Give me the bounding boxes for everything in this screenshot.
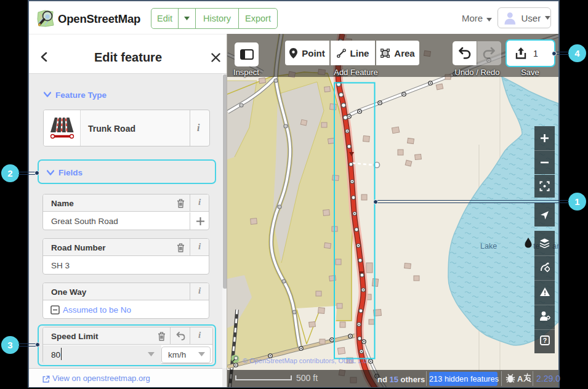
svg-text:?: ?	[542, 337, 546, 344]
svg-text:Lake: Lake	[480, 242, 497, 251]
